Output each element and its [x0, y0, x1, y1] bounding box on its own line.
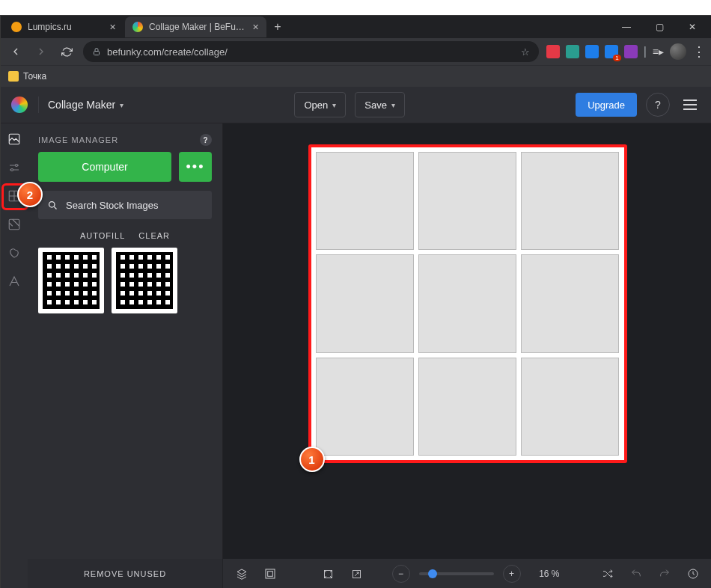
clear-button[interactable]: CLEAR: [138, 231, 170, 240]
zoom-value: 16 %: [530, 569, 560, 579]
callout-two: 2: [17, 182, 43, 207]
patterns-icon[interactable]: [6, 216, 22, 233]
address-bar[interactable]: befunky.com/create/collage/ ☆: [83, 41, 539, 62]
qr-image: [116, 252, 173, 309]
extension-icon[interactable]: [566, 45, 579, 58]
close-tab-icon[interactable]: ✕: [109, 22, 116, 32]
star-icon[interactable]: ☆: [521, 46, 530, 58]
collage-cell[interactable]: [521, 152, 619, 250]
back-button[interactable]: [7, 43, 25, 61]
computer-upload-button[interactable]: Computer: [38, 152, 171, 182]
new-tab-button[interactable]: +: [268, 17, 287, 37]
window-controls: ― ▢ ✕: [610, 16, 709, 38]
collage-cell[interactable]: [316, 152, 414, 250]
fit-icon[interactable]: [319, 564, 338, 584]
search-icon: [47, 200, 58, 211]
autofill-button[interactable]: AUTOFILL: [80, 231, 125, 240]
close-window-button[interactable]: ✕: [676, 16, 709, 38]
zoom-in-button[interactable]: +: [503, 565, 521, 583]
maximize-button[interactable]: ▢: [643, 16, 676, 38]
svg-point-2: [16, 165, 18, 167]
search-stock-button[interactable]: Search Stock Images: [38, 191, 212, 219]
image-thumbnails: [28, 248, 222, 313]
svg-rect-7: [266, 569, 275, 578]
panel-help-icon[interactable]: ?: [200, 134, 212, 146]
undo-icon[interactable]: [626, 564, 646, 584]
remove-unused-button[interactable]: REMOVE UNUSED: [28, 559, 222, 588]
zoom-out-button[interactable]: −: [392, 565, 410, 583]
url-text: befunky.com/create/collage/: [107, 46, 228, 58]
tool-rail: 2: [1, 123, 28, 588]
divider: |: [644, 45, 647, 58]
profile-avatar[interactable]: [670, 43, 686, 60]
collage-cell[interactable]: [418, 152, 516, 250]
layers-icon[interactable]: [232, 564, 251, 584]
highlight-box: 1: [308, 144, 627, 463]
shuffle-icon[interactable]: [598, 564, 617, 584]
graphics-icon[interactable]: [6, 245, 22, 261]
extension-icon[interactable]: [585, 45, 599, 58]
hamburger-menu[interactable]: [679, 94, 701, 116]
svg-point-6: [49, 201, 55, 207]
open-menu[interactable]: Open▾: [294, 92, 346, 117]
svg-point-3: [11, 169, 13, 171]
extension-icon[interactable]: 1: [605, 45, 618, 58]
zoom-slider[interactable]: [419, 572, 494, 575]
more-sources-button[interactable]: •••: [179, 152, 212, 182]
extension-icon[interactable]: [546, 45, 560, 58]
redo-icon[interactable]: [655, 564, 674, 584]
collage-cell[interactable]: [316, 358, 414, 456]
zoom-knob[interactable]: [428, 569, 437, 578]
extension-icon[interactable]: [624, 45, 638, 58]
lock-icon: [92, 47, 101, 56]
browser-titlebar: Lumpics.ru ✕ Collage Maker | BeFunky: Cr…: [1, 16, 711, 38]
canvas-stage[interactable]: 1: [223, 123, 711, 559]
tab-title: Collage Maker | BeFunky: Create: [149, 22, 246, 32]
mode-switcher[interactable]: Collage Maker ▾: [48, 99, 123, 111]
collage-cell[interactable]: [418, 254, 516, 352]
collage-board[interactable]: [311, 147, 624, 460]
browser-toolbar: befunky.com/create/collage/ ☆ 1 | ≡▸ ⋮: [1, 38, 711, 65]
canvas-area: 1 − + 16 %: [223, 123, 711, 588]
fullscreen-icon[interactable]: [347, 564, 367, 584]
befunky-app: Collage Maker ▾ Open▾ Save▾ Upgrade ?: [1, 87, 711, 588]
reload-button[interactable]: [58, 43, 76, 61]
collage-cell[interactable]: [521, 358, 619, 456]
reading-list-icon[interactable]: ≡▸: [653, 46, 664, 58]
chevron-down-icon: ▾: [332, 101, 336, 109]
text-icon[interactable]: [6, 273, 22, 290]
background-icon[interactable]: [260, 564, 280, 584]
extensions-tray: 1 | ≡▸ ⋮: [546, 43, 706, 60]
collage-cell[interactable]: [316, 254, 414, 352]
tab-title: Lumpics.ru: [28, 22, 72, 32]
befunky-logo[interactable]: [11, 97, 28, 113]
image-thumbnail[interactable]: [112, 248, 177, 313]
callout-one: 1: [299, 447, 325, 472]
chevron-down-icon: ▾: [391, 101, 395, 109]
save-menu[interactable]: Save▾: [355, 92, 405, 117]
browser-tab-befunky[interactable]: Collage Maker | BeFunky: Create ✕: [125, 16, 266, 37]
help-button[interactable]: ?: [646, 93, 670, 117]
image-manager-panel: IMAGE MANAGER ? Computer ••• Search Stoc…: [28, 123, 223, 588]
qr-image: [43, 252, 100, 309]
settings-icon[interactable]: [6, 159, 22, 176]
image-thumbnail[interactable]: [38, 248, 104, 313]
browser-tab-lumpics[interactable]: Lumpics.ru ✕: [4, 16, 123, 37]
bookmark-favicon: [8, 71, 19, 82]
upgrade-button[interactable]: Upgrade: [576, 93, 637, 117]
app-header: Collage Maker ▾ Open▾ Save▾ Upgrade ?: [1, 87, 711, 123]
svg-rect-8: [268, 572, 273, 577]
svg-rect-0: [94, 52, 100, 55]
history-icon[interactable]: [683, 564, 703, 584]
forward-button[interactable]: [32, 43, 50, 61]
canvas-toolbar: − + 16 %: [223, 559, 711, 588]
favicon: [132, 22, 143, 32]
minimize-button[interactable]: ―: [610, 16, 643, 38]
collage-cell[interactable]: [418, 358, 516, 456]
collage-cell[interactable]: [521, 254, 619, 352]
mode-label: Collage Maker: [48, 99, 115, 111]
bookmark-item[interactable]: Точка: [23, 71, 46, 82]
close-tab-icon[interactable]: ✕: [252, 22, 259, 32]
kebab-menu-icon[interactable]: ⋮: [692, 43, 706, 60]
image-manager-icon[interactable]: [6, 131, 22, 147]
